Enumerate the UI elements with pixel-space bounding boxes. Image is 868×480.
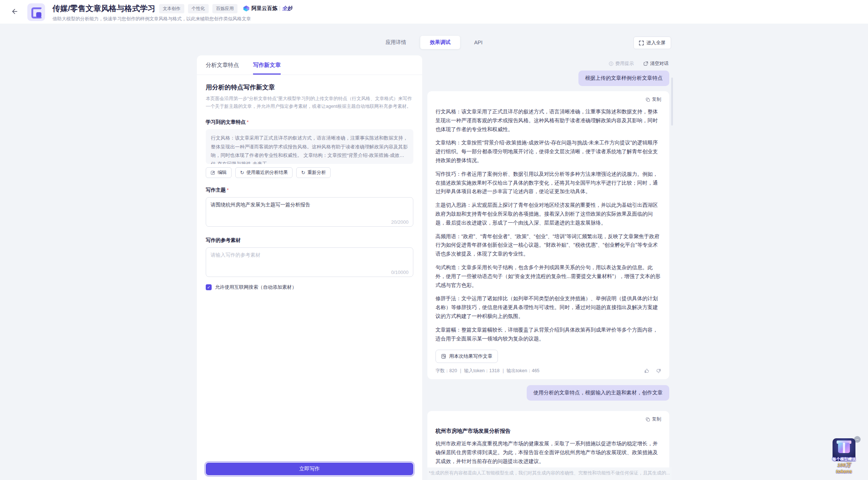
analysis-paragraph: 修辞手法：文中运用了诸如排比（如列举不同类型的创业支持措施）、举例说明（提供具体… [435, 294, 661, 320]
material-input[interactable] [206, 247, 413, 277]
assistant-message-analysis: 复制 行文风格：该文章采用了正式且详尽的叙述方式，语言清晰准确，注重事实陈述和数… [427, 91, 669, 379]
thumbs-up-icon[interactable] [644, 368, 650, 374]
back-button[interactable] [9, 6, 19, 17]
clear-chat-icon [643, 61, 648, 66]
form-description: 本页面会沿用第一步“分析文章特点”里大模型学习到的上传文章的特点（行文风格、文章… [206, 95, 413, 110]
promo-line2: 100万tokens [830, 462, 858, 474]
brand-badge: 阿里云百炼 全妙 [243, 5, 293, 12]
analysis-paragraph: 主题切入思路：从宏观层面上探讨了青年创业对地区经济发展的重要性，并以此为基础引出… [435, 201, 661, 227]
analysis-paragraph: 句式构造：文章多采用长句子结构，包含多个并列或因果关系的分句，用以表达复杂的信息… [435, 263, 661, 289]
copy-icon [646, 97, 650, 102]
refresh-icon: ↻ [240, 170, 244, 175]
cost-tip-label: 费用提示 [615, 61, 634, 67]
app-logo-icon [27, 3, 45, 21]
required-asterisk: * [227, 187, 229, 193]
analysis-paragraph: 高频用语：“政府”、“青年创业者”、“政策”、“创业”、“培训”等词汇频繁出现，… [435, 232, 661, 258]
tab-api[interactable]: API [473, 36, 484, 49]
thumbs-down-icon[interactable] [656, 368, 661, 374]
reanalyze-button[interactable]: ↻ 重新分析 [296, 167, 331, 178]
use-result-label: 用本次结果写作文章 [449, 353, 492, 360]
write-form-panel: 分析文章特点 写作新文章 用分析的特点写作新文章 本页面会沿用第一步“分析文章特… [197, 55, 422, 480]
back-arrow-icon [10, 8, 18, 15]
chat-panel: 费用提示 清空对话 根据上传的文章样例分析文章特点 复制 行文风格：该文章采用了… [427, 55, 671, 480]
user-message: 根据上传的文章样例分析文章特点 [578, 71, 669, 86]
brand-name: 阿里云百炼 [252, 5, 277, 12]
analysis-paragraph: 文章篇幅：整篇文章篇幅较长，详细覆盖了从背景介绍到具体政策再到成果评价等多个方面… [435, 326, 661, 343]
analysis-paragraph: 文章结构：文章按照“背景介绍-政策措施-成效评估-存在问题与挑战-未来工作方向提… [435, 138, 661, 165]
tab-effect-debug[interactable]: 效果调试 [420, 36, 460, 49]
tag-personalization: 个性化 [188, 4, 209, 13]
write-now-button[interactable]: 立即写作 [206, 463, 413, 475]
copy-button[interactable]: 复制 [646, 416, 661, 422]
main-content: 分析文章特点 写作新文章 用分析的特点写作新文章 本页面会沿用第一步“分析文章特… [197, 55, 671, 480]
page-title: 传媒/零售文章风格与格式学习 [52, 3, 156, 14]
topic-field-label: 写作主题* [206, 187, 413, 193]
copy-label: 复制 [652, 416, 661, 422]
chat-toolbar: 费用提示 清空对话 [427, 55, 669, 71]
use-recent-analysis-button[interactable]: ↻ 使用最近的分析结果 [235, 167, 293, 178]
internet-search-checkbox[interactable]: ✓ [206, 284, 212, 290]
page: { "colors": { "accent": "#5a4ce6", "user… [0, 0, 868, 480]
brand-suffix: 全妙 [282, 5, 293, 12]
info-icon [609, 61, 614, 66]
material-counter: 0/10000 [391, 270, 409, 275]
edit-button[interactable]: 编辑 [206, 167, 232, 178]
article-title: 杭州市房地产市场发展分析报告 [435, 428, 661, 435]
chat-scrollbar[interactable] [671, 78, 673, 126]
view-tabbar: 应用详情 效果调试 API [384, 36, 484, 49]
enter-fullscreen-label: 进入全屏 [646, 40, 666, 46]
tag-bailian-app: 百炼应用 [212, 4, 237, 13]
use-result-to-write-button[interactable]: 用本次结果写作文章 [435, 350, 498, 363]
topic-input[interactable]: 请围绕杭州房地产发展为主题写一篇分析报告 [206, 197, 413, 227]
app-header: 传媒/零售文章风格与格式学习 文本创作 个性化 百炼应用 阿里云百炼 全妙 借助… [0, 0, 868, 24]
token-promo-widget[interactable]: – 每个模型赠送 100万tokens [830, 438, 858, 474]
panel-tabbar: 分析文章特点 写作新文章 [197, 55, 422, 75]
edit-icon [211, 170, 215, 175]
copy-label: 复制 [652, 96, 661, 103]
internet-search-label: 允许使用互联网搜索（自动添加素材） [215, 284, 297, 291]
copy-icon [646, 417, 650, 422]
refresh-icon: ↻ [301, 170, 305, 175]
material-field-label: 写作的参考素材 [206, 237, 413, 244]
edit-label: 编辑 [218, 169, 227, 176]
write-doc-icon [441, 354, 446, 359]
tab-analyze-features[interactable]: 分析文章特点 [206, 62, 239, 75]
analysis-paragraph: 写作技巧：作者运用了案例分析、数据引用以及对比分析等多种方法来增强论述的说服力。… [435, 170, 661, 196]
cost-tip-button[interactable]: 费用提示 [609, 61, 634, 67]
promo-line1: 每个模型赠送 [830, 457, 858, 462]
tab-write-new-article[interactable]: 写作新文章 [253, 62, 281, 75]
fullscreen-icon [639, 41, 644, 45]
tab-app-details[interactable]: 应用详情 [384, 36, 408, 49]
use-recent-label: 使用最近的分析结果 [246, 169, 288, 176]
token-stats: 字数：820 ｜ 输入token：1318 ｜ 输出token：465 [435, 368, 540, 374]
tag-text-creation: 文本创作 [159, 4, 184, 13]
analysis-paragraph: 行文风格：该文章采用了正式且详尽的叙述方式，语言清晰准确，注重事实陈述和数据支持… [435, 107, 661, 134]
ai-disclaimer: *生成的所有内容都是由人工智能模型生成，我们对其生成内容的准确性、完整性和功能性… [427, 467, 671, 480]
enter-fullscreen-button[interactable]: 进入全屏 [633, 37, 671, 49]
topic-counter: 20/2000 [391, 219, 409, 225]
reanalyze-label: 重新分析 [307, 169, 326, 176]
learned-features-display: 行文风格：该文章采用了正式且详尽的叙述方式，语言清晰准确，注重事实陈述和数据支持… [206, 129, 413, 164]
clear-chat-button[interactable]: 清空对话 [643, 61, 669, 67]
required-asterisk: * [247, 119, 249, 125]
copy-button[interactable]: 复制 [646, 96, 661, 103]
page-subtitle: 借助大模型的分析能力，快速学习您创作的样例文章风格与格式，以此来辅助您创作类似风… [52, 16, 293, 22]
user-message: 使用分析的文章特点，根据输入的主题和素材，创作文章 [527, 385, 669, 401]
bailian-logo-icon [243, 6, 249, 11]
features-field-label: 学习到的文章特点* [206, 119, 413, 126]
brand-divider [280, 6, 280, 11]
form-heading: 用分析的特点写作新文章 [206, 83, 413, 92]
clear-chat-label: 清空对话 [650, 61, 669, 67]
article-paragraph: 杭州市政府近年来高度重视房地产市场的健康发展，采取了一系列措施以促进市场的稳定增… [435, 439, 661, 466]
